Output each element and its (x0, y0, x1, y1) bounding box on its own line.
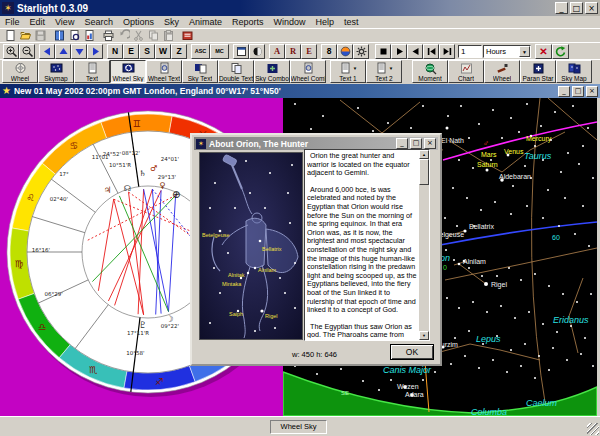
menu-animate[interactable]: Animate (184, 16, 227, 28)
menu-help[interactable]: Help (311, 16, 340, 28)
view-wheel-text-button[interactable]: Wheel Text (146, 60, 182, 83)
menu-window[interactable]: Window (269, 16, 311, 28)
menu-view[interactable]: View (50, 16, 79, 28)
view-double-text-button[interactable]: Double Text (218, 60, 254, 83)
ok-button[interactable]: OK (390, 344, 434, 360)
chart-close-button[interactable]: × (586, 86, 598, 97)
maximize-button[interactable]: □ (570, 2, 583, 14)
view-moment-button[interactable]: Moment (412, 60, 448, 83)
new-button[interactable] (3, 29, 18, 42)
zodiac-glyph: ♋ (69, 140, 78, 151)
skip-end-button[interactable] (439, 44, 455, 59)
mc-button[interactable]: MC (210, 44, 229, 59)
menu-test[interactable]: test (339, 16, 364, 28)
view-wheel-button[interactable]: Wheel (484, 60, 520, 83)
paran-button[interactable]: 8 (321, 44, 337, 59)
letter-e-button[interactable]: E (301, 44, 317, 59)
star-name-label: Bellatrix (262, 246, 282, 252)
dialog-scrollbar[interactable]: ▲ ▼ (419, 150, 429, 340)
pan-down-button[interactable] (71, 44, 87, 59)
pan-up-button[interactable] (55, 44, 71, 59)
view-text-2-button[interactable]: ▼Text 2 (366, 60, 402, 83)
view-wheel-combo-button[interactable]: Wheel Combo (290, 60, 326, 83)
view-text-button[interactable]: Text (74, 60, 110, 83)
minimize-button[interactable]: _ (555, 2, 568, 14)
chart-minimize-button[interactable]: _ (558, 86, 570, 97)
scroll-thumb[interactable] (419, 159, 429, 185)
sky-label: Taurus (524, 151, 552, 161)
step-unit-select[interactable]: Hours▼ (483, 45, 531, 58)
application-window: ✶ Starlight 0.3.09 _ □ × FileEditViewSea… (0, 0, 600, 436)
address-book-button[interactable] (52, 29, 67, 42)
pan-right-button[interactable] (87, 44, 103, 59)
stop-button[interactable] (375, 44, 391, 59)
asc-button[interactable]: ASC (191, 44, 210, 59)
app-titlebar[interactable]: ✶ Starlight 0.3.09 _ □ × (0, 0, 600, 16)
view-wheel-sky-button[interactable]: Wheel Sky (110, 60, 146, 83)
letter-a-button[interactable]: A (269, 44, 285, 59)
view-sky-combo-button[interactable]: Sky Combo (254, 60, 290, 83)
sky-label: Wezen (397, 383, 419, 390)
view-button-label: Text 2 (375, 75, 392, 82)
sphere-button[interactable] (337, 44, 353, 59)
resize-grip[interactable] (587, 423, 599, 435)
open-button[interactable] (18, 29, 33, 42)
view-wheel-button[interactable]: Wheel (2, 60, 38, 83)
view-sky-map-button[interactable]: Sky Map (556, 60, 592, 83)
zodiac-glyph: ♎ (38, 321, 47, 332)
skip-start-button[interactable] (423, 44, 439, 59)
view-button-label: Sky Map (561, 75, 586, 82)
view-button-label: Double Text (219, 75, 253, 82)
star-name-label: Alnilam (258, 267, 276, 273)
menu-reports[interactable]: Reports (227, 16, 269, 28)
menu-search[interactable]: Search (79, 16, 118, 28)
delete-button[interactable]: ✕ (535, 44, 552, 59)
dialog-minimize-button[interactable]: _ (396, 138, 408, 149)
mapmap-icon (568, 62, 581, 75)
zenith-button[interactable]: Z (171, 44, 187, 59)
settings-button[interactable] (353, 44, 369, 59)
zoom-out-button[interactable] (19, 44, 35, 59)
notes-button[interactable] (180, 29, 195, 42)
sky-label: Mercury (526, 135, 552, 143)
view-paran-star-button[interactable]: Paran Star (520, 60, 556, 83)
menu-file[interactable]: File (0, 16, 25, 28)
view-sky-text-button[interactable]: Sky Text (182, 60, 218, 83)
letter-r-button[interactable]: R (285, 44, 301, 59)
pan-left-button[interactable] (39, 44, 55, 59)
chevron-down-icon[interactable]: ▼ (519, 46, 530, 57)
dialog-close-button[interactable]: × (424, 138, 436, 149)
scroll-down-button[interactable]: ▼ (419, 331, 429, 340)
print-button[interactable] (101, 29, 116, 42)
step-back-button[interactable] (407, 44, 423, 59)
chart-window-titlebar[interactable]: ★ New 01 May 2002 02:00pm GMT London, En… (0, 84, 600, 98)
orion-description-box[interactable]: Orion the great hunter and warrior is lo… (304, 149, 430, 341)
menu-options[interactable]: Options (118, 16, 159, 28)
east-button[interactable]: E (123, 44, 139, 59)
revert-button[interactable] (552, 44, 569, 59)
phase-button[interactable] (249, 44, 265, 59)
menu-sky[interactable]: Sky (159, 16, 184, 28)
window-button[interactable] (233, 44, 249, 59)
view-button-label: Paran Star (522, 75, 553, 82)
view-skymap-button[interactable]: Skymap (38, 60, 74, 83)
image-size-label: w: 450 h: 646 (292, 350, 337, 359)
menu-edit[interactable]: Edit (25, 16, 51, 28)
view-text-1-button[interactable]: ▼Text 1 (330, 60, 366, 83)
print-preview-button[interactable] (67, 29, 82, 42)
close-button[interactable]: × (585, 2, 598, 14)
step-value-input[interactable] (458, 45, 482, 58)
scroll-up-button[interactable]: ▲ (419, 150, 429, 159)
undo-button (116, 29, 131, 42)
dialog-maximize-button[interactable]: □ (410, 138, 422, 149)
sky-label: Canis Major (383, 365, 432, 375)
view-button-label: Sky Combo (255, 75, 289, 82)
play-button[interactable] (391, 44, 407, 59)
report-button[interactable] (82, 29, 97, 42)
chart-restore-button[interactable]: □ (572, 86, 584, 97)
north-button[interactable]: N (107, 44, 123, 59)
south-button[interactable]: S (139, 44, 155, 59)
zoom-in-button[interactable] (3, 44, 19, 59)
view-chart-button[interactable]: Chart (448, 60, 484, 83)
west-button[interactable]: W (155, 44, 171, 59)
